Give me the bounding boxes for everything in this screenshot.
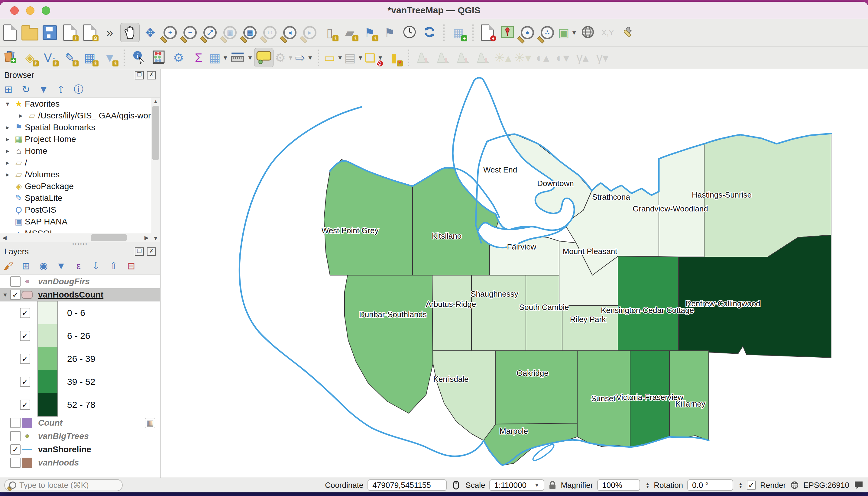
new-memory-layer-button[interactable]: ▼✳ — [100, 48, 119, 67]
open-project-button[interactable] — [20, 23, 39, 42]
browser-item-spatial-bookmarks[interactable]: ▸⚑Spatial Bookmarks — [0, 121, 151, 133]
layer-visibility-checkbox[interactable] — [10, 276, 20, 287]
filter-legend-icon[interactable]: ▼ — [55, 260, 67, 272]
new-print-layout-button[interactable]: ✳ — [60, 23, 79, 42]
collapse-all-layers-icon[interactable]: ⇧ — [108, 260, 120, 272]
zoom-in-button[interactable]: + — [161, 23, 180, 42]
chevron-down-icon[interactable]: ▼ — [337, 55, 343, 61]
legend-class-checkbox[interactable]: ✓ — [20, 331, 30, 341]
legend-class-checkbox[interactable]: ✓ — [20, 354, 30, 364]
expand-arrow-icon[interactable]: ▸ — [2, 171, 13, 179]
close-window-button[interactable] — [10, 6, 19, 15]
measure-line-button[interactable]: ▼ — [230, 48, 253, 67]
close-panel-icon[interactable]: ✗ — [147, 247, 156, 256]
chevron-down-icon[interactable]: ▼ — [247, 55, 253, 61]
layer-row-vanhoodscount[interactable]: ▾✓vanHoodsCount — [0, 288, 160, 301]
lock-scale-icon[interactable] — [549, 480, 557, 490]
select-features-button[interactable]: ▭▼ — [324, 48, 343, 67]
new-virtual-layer-button[interactable]: ▦✳ — [80, 48, 99, 67]
mouse-extent-icon[interactable] — [451, 480, 461, 490]
layer-visibility-checkbox[interactable]: ✓ — [10, 290, 20, 300]
legend-class-checkbox[interactable]: ✓ — [20, 377, 30, 387]
collapse-arrow-icon[interactable]: ▾ — [2, 100, 13, 108]
new-shapefile-layer-button[interactable]: V·✳ — [41, 48, 59, 67]
add-table-button[interactable]: ▦+ — [449, 23, 468, 42]
refresh-map-button[interactable] — [420, 23, 439, 42]
attribute-table-button[interactable]: ▦▼ — [209, 48, 228, 67]
layer-row-vanshoreline[interactable]: ✓vanShoreline — [0, 443, 160, 456]
new-map-view-button[interactable]: ▯✳ — [320, 23, 339, 42]
zoom-last-button[interactable]: ◂ — [280, 23, 299, 42]
coordinate-field[interactable]: 479079,5451155 — [367, 479, 447, 491]
show-unplaced-labels-button[interactable]: ∴ — [538, 23, 557, 42]
region-oakridge[interactable] — [496, 351, 577, 424]
region-dunbar-southlands[interactable] — [345, 275, 433, 413]
render-checkbox[interactable]: ✓ — [747, 481, 756, 490]
fullscreen-window-button[interactable] — [42, 6, 50, 15]
deselect-features-button[interactable]: ❑⃠▼ — [365, 48, 383, 67]
chevron-down-icon[interactable]: ▼ — [287, 55, 293, 61]
legend-class-checkbox[interactable]: ✓ — [20, 400, 30, 410]
select-by-form-button[interactable]: ▤▼ — [344, 48, 364, 67]
browser-item-project-home[interactable]: ▸▦Project Home — [0, 133, 151, 145]
filter-by-expression-icon[interactable]: ε — [73, 260, 85, 272]
rotation-spinner[interactable]: 0.0 ° — [687, 479, 733, 491]
region-kensington-cedar-cottage[interactable] — [618, 256, 679, 352]
spinner-arrows[interactable]: ▲▼ — [645, 482, 650, 489]
locator-search-input[interactable]: Type to locate (⌘K) — [4, 479, 123, 491]
browser-vscrollbar[interactable]: ▲ ▼ — [151, 98, 160, 242]
expand-arrow-icon[interactable]: ▸ — [16, 112, 26, 120]
browser-item-sap-hana[interactable]: ▣SAP HANA — [0, 216, 151, 228]
scale-combobox[interactable]: 1:110000▼ — [489, 479, 544, 491]
chevron-down-icon[interactable]: ▼ — [571, 29, 577, 36]
memory-layer-indicator-icon[interactable]: ▦ — [145, 418, 155, 428]
plugin-wrench-button[interactable] — [618, 23, 637, 42]
properties-info-icon[interactable]: ⓘ — [73, 83, 85, 95]
collapse-all-icon[interactable]: ⇧ — [55, 83, 67, 95]
save-project-button[interactable] — [41, 23, 59, 42]
float-panel-icon[interactable]: ❐ — [135, 247, 144, 256]
expand-arrow-icon[interactable]: ▸ — [2, 147, 13, 155]
layer-row-vandougfirs[interactable]: vanDougFirs — [0, 275, 160, 288]
refresh-browser-icon[interactable]: ↻ — [20, 83, 32, 95]
close-panel-icon[interactable]: ✗ — [147, 71, 156, 79]
browser-item--users-lily-gis-gaa-qgis-work[interactable]: ▸▱/Users/lily/GIS_ GAA/qgis-work — [0, 110, 151, 121]
data-source-manager-button[interactable] — [1, 48, 19, 67]
browser-item-home[interactable]: ▸⌂Home — [0, 145, 151, 157]
expand-all-icon[interactable]: ⇩ — [90, 260, 102, 272]
pan-map-button[interactable] — [120, 23, 140, 42]
region-grandview-woodland[interactable] — [659, 144, 704, 256]
add-group-icon[interactable]: ⊞ — [20, 260, 32, 272]
zoom-out-button[interactable]: − — [181, 23, 199, 42]
chevron-down-icon[interactable]: ▼ — [307, 55, 313, 61]
copy-features-button[interactable]: ● — [478, 23, 497, 42]
pan-to-selection-button[interactable]: ✥ — [141, 23, 159, 42]
spinner-arrows[interactable]: ▲▼ — [738, 482, 743, 489]
layer-visibility-checkbox[interactable]: ✓ — [10, 444, 20, 455]
identify-features-button[interactable]: i — [130, 48, 148, 67]
epsg-status[interactable]: EPSG:26910 — [803, 481, 849, 490]
show-layout-manager-button[interactable]: ⚙ — [80, 23, 99, 42]
region-south-cambie[interactable] — [526, 275, 562, 351]
browser-item-favorites[interactable]: ▾★Favorites — [0, 98, 151, 110]
select-by-location-button[interactable]: ▮📍 — [385, 48, 403, 67]
new-3d-map-view-button[interactable]: ▰✳ — [340, 23, 359, 42]
expand-arrow-icon[interactable]: ▸ — [2, 124, 13, 131]
label-extents-button[interactable]: ▣▼ — [558, 23, 577, 42]
browser-item-geopackage[interactable]: ◈GeoPackage — [0, 180, 151, 192]
collapse-arrow-icon[interactable]: ▾ — [0, 291, 10, 299]
new-spatialite-layer-button[interactable]: ✎✳ — [60, 48, 79, 67]
expand-arrow-icon[interactable]: ▸ — [2, 135, 13, 143]
temporal-controller-button[interactable] — [400, 23, 419, 42]
select-by-value-button[interactable]: ⇨▼ — [295, 48, 314, 67]
float-panel-icon[interactable]: ❐ — [135, 71, 144, 79]
show-spatial-bookmarks-button[interactable]: ⚑ — [380, 23, 399, 42]
processing-toolbox-button[interactable]: ⚙ — [169, 48, 188, 67]
zoom-to-layer-button[interactable]: ▤ — [241, 23, 259, 42]
open-layer-styling-icon[interactable]: 🖌 — [2, 260, 15, 272]
new-spatial-bookmark-button[interactable]: ⚑✳ — [360, 23, 379, 42]
region-west-point-grey[interactable] — [324, 159, 413, 275]
metasearch-button[interactable] — [578, 23, 597, 42]
chevron-down-icon[interactable]: ▼ — [357, 55, 364, 61]
zoom-full-button[interactable]: ⤢ — [201, 23, 219, 42]
